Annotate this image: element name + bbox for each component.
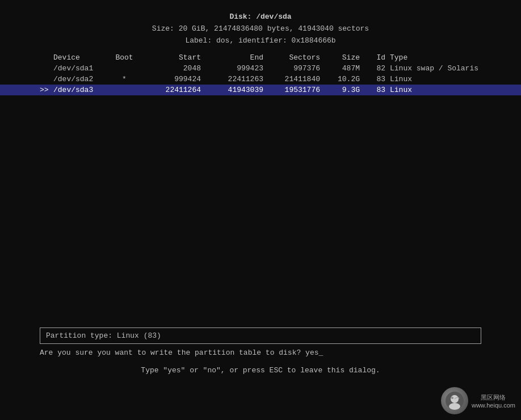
table-row: /dev/sda2 * 999424 22411263 21411840 10.…	[0, 74, 521, 85]
row-size: 487M	[320, 64, 360, 73]
disk-size-info: Size: 20 GiB, 21474836480 bytes, 4194304…	[0, 23, 521, 35]
row-id: 82	[365, 64, 385, 73]
table-row-selected: >> /dev/sda3 22411264 41943039 19531776 …	[0, 85, 521, 95]
watermark-site-url: www.heiqu.com	[472, 402, 515, 409]
partition-table: Device Boot Start End Sectors Size Id Ty…	[0, 52, 521, 95]
row-end: 41943039	[201, 86, 263, 94]
col-header-type: Type	[390, 53, 481, 62]
row-indicator	[40, 64, 51, 73]
row-device: /dev/sda2	[53, 75, 110, 83]
col-header-id: Id	[365, 53, 385, 62]
table-header: Device Boot Start End Sectors Size Id Ty…	[0, 52, 521, 63]
indicator-col-header	[40, 53, 51, 62]
col-header-sectors: Sectors	[263, 53, 320, 62]
col-header-device: Device	[53, 53, 110, 62]
instruction-text: Type "yes" or "no", or press ESC to leav…	[40, 366, 481, 375]
watermark-text: 黑区网络 www.heiqu.com	[472, 393, 515, 409]
row-indicator	[40, 75, 51, 83]
row-start: 999424	[138, 75, 201, 83]
watermark-logo	[441, 387, 468, 414]
logo-icon	[444, 390, 465, 411]
row-start: 2048	[138, 64, 201, 73]
terminal-screen: Disk: /dev/sda Size: 20 GiB, 21474836480…	[0, 0, 521, 420]
watermark: 黑区网络 www.heiqu.com	[441, 387, 515, 414]
disk-label-info: Label: dos, identifier: 0x1884666b	[0, 35, 521, 47]
watermark-site-cn: 黑区网络	[481, 393, 506, 402]
row-sectors: 19531776	[263, 86, 320, 94]
row-indicator: >>	[40, 86, 51, 94]
col-header-boot: Boot	[110, 53, 138, 62]
row-type: Linux	[390, 86, 481, 94]
bottom-area: Partition type: Linux (83) Are you sure …	[0, 327, 521, 375]
row-boot: *	[110, 75, 138, 83]
row-sectors: 997376	[263, 64, 320, 73]
col-header-start: Start	[138, 53, 201, 62]
row-boot	[110, 64, 138, 73]
partition-type-display: Partition type: Linux (83)	[40, 327, 481, 344]
row-end: 999423	[201, 64, 263, 73]
col-header-size: Size	[320, 53, 360, 62]
row-id: 83	[365, 75, 385, 83]
row-size: 10.2G	[320, 75, 360, 83]
row-end: 22411263	[201, 75, 263, 83]
row-type: Linux swap / Solaris	[390, 64, 481, 73]
row-size: 9.3G	[320, 86, 360, 94]
row-start: 22411264	[138, 86, 201, 94]
svg-point-3	[451, 397, 453, 399]
row-device: /dev/sda1	[53, 64, 110, 73]
row-device: /dev/sda3	[53, 86, 110, 94]
col-header-end: End	[201, 53, 263, 62]
row-sectors: 21411840	[263, 75, 320, 83]
row-type: Linux	[390, 75, 481, 83]
row-id: 83	[365, 86, 385, 94]
svg-point-2	[449, 403, 460, 410]
table-row: /dev/sda1 2048 999423 997376 487M 82 Lin…	[0, 63, 521, 74]
confirm-prompt: Are you sure you want to write the parti…	[40, 348, 481, 357]
disk-header: Disk: /dev/sda Size: 20 GiB, 21474836480…	[0, 11, 521, 47]
row-boot	[110, 86, 138, 94]
disk-title: Disk: /dev/sda	[0, 11, 521, 23]
